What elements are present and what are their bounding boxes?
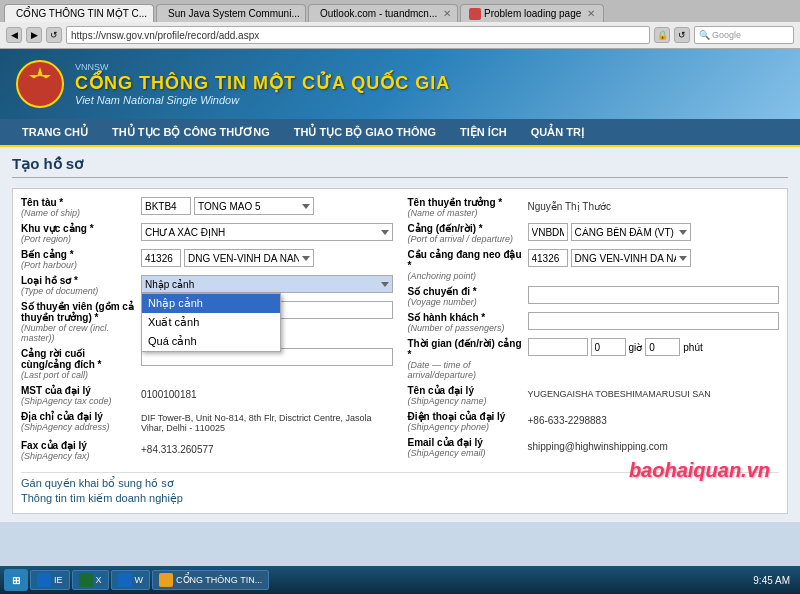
khu-vuc-cang-sublabel: (Port region) (21, 234, 136, 244)
ben-cang-input1[interactable] (141, 249, 181, 267)
dropdown-item-nhap-canh[interactable]: Nhập cảnh (142, 294, 280, 313)
dien-thoai-label: Điện thoại của đại lý (408, 411, 523, 422)
ben-cang-label: Bến cảng * (21, 249, 136, 260)
footer-link-2[interactable]: Thông tin tìm kiếm doanh nghiệp (21, 492, 183, 504)
logo-area: VNNSW CỔNG THÔNG TIN MỘT CỬA QUỐC GIA Vi… (15, 59, 450, 109)
ten-thuyen-truong-sublabel: (Name of master) (408, 208, 523, 218)
cau-cang-neo-dau-label: Cầu cảng đang neo đậu * (408, 249, 523, 271)
nav-cong-thuong[interactable]: THỦ TỤC BỘ CÔNG THƯƠNG (100, 118, 282, 146)
khu-vuc-cang-label: Khu vực cảng * (21, 223, 136, 234)
tab-4[interactable]: Problem loading page ✕ (460, 4, 604, 22)
nav-trang-chu[interactable]: TRANG CHỦ (10, 118, 100, 146)
cang-den-roi-row: Cảng (đến/rời) * (Port of arrival / depa… (408, 223, 780, 244)
site-title: CỔNG THÔNG TIN MỘT CỬA QUỐC GIA (75, 72, 450, 94)
ten-tau-row: Tên tàu * (Name of ship) TONG MAO 5 (21, 197, 393, 218)
taskbar-item-word[interactable]: W (111, 570, 151, 590)
so-hanh-khach-row: Số hành khách * (Number of passengers) (408, 312, 780, 333)
cang-roi-sublabel: (Last port of call) (21, 370, 136, 380)
ten-tau-input1[interactable] (141, 197, 191, 215)
watermark: baohaiquan.vn (629, 459, 770, 482)
search-bar[interactable]: 🔍 Google (694, 26, 794, 44)
browser-icon (159, 573, 173, 587)
taskbar-excel-label: X (96, 575, 102, 585)
tab-3-close[interactable]: ✕ (443, 8, 451, 19)
ten-tau-label: Tên tàu * (21, 197, 136, 208)
ten-tau-sublabel: (Name of ship) (21, 208, 136, 218)
browser-chrome: CỔNG THÔNG TIN MỘT C... ✕ Sun Java Syste… (0, 0, 800, 49)
ten-thuyen-truong-label: Tên thuyền trưởng * (408, 197, 523, 208)
cang-den-roi-input1[interactable] (528, 223, 568, 241)
ten-thuyen-truong-row: Tên thuyền trưởng * (Name of master) Ngu… (408, 197, 780, 218)
tab-1[interactable]: CỔNG THÔNG TIN MỘT C... ✕ (4, 4, 154, 22)
nav-quan-tri[interactable]: QUẢN TRỊ (519, 118, 596, 146)
nav-tien-ich[interactable]: TIỆN ÍCH (448, 118, 519, 146)
dia-chi-value: DIF Tower-B, Unit No-814, 8th Flr, Disct… (141, 411, 393, 435)
dien-thoai-value: +86-633-2298883 (528, 411, 780, 429)
logo-brand: VNNSW (75, 62, 450, 72)
footer-link-1[interactable]: Gán quyền khai bổ sung hồ sơ (21, 477, 174, 489)
thoi-gian-sublabel: (Date — time of arrival/departure) (408, 360, 523, 380)
thoi-gian-inputs: 0 giờ 0 phút (528, 338, 780, 356)
browser-tabs: CỔNG THÔNG TIN MỘT C... ✕ Sun Java Syste… (0, 0, 800, 22)
thoi-gian-row: Thời gian (đến/rời) cảng * (Date — time … (408, 338, 780, 380)
taskbar-item-1[interactable]: IE (30, 570, 70, 590)
back-button[interactable]: ◀ (6, 27, 22, 43)
loai-ho-so-select[interactable]: Nhập cảnh Xuất cảnh Quá cảnh (141, 275, 393, 293)
so-hanh-khach-input[interactable] (528, 312, 780, 330)
ben-cang-sublabel: (Port harbour) (21, 260, 136, 270)
address-bar-area: ◀ ▶ ↺ https://vnsw.gov.vn/profile/record… (0, 22, 800, 48)
taskbar-clock: 9:45 AM (747, 575, 796, 586)
phut-select[interactable]: 0 (645, 338, 680, 356)
page-title: Tạo hồ sơ (12, 155, 788, 178)
tab-2-label: Sun Java System Communi... (168, 8, 300, 19)
khu-vuc-cang-row: Khu vực cảng * (Port region) CHƯA XÁC ĐỊ… (21, 223, 393, 244)
cang-den-roi-select[interactable]: CẢNG BẾN ĐẦM (VT) (571, 223, 691, 241)
website: VNNSW CỔNG THÔNG TIN MỘT CỬA QUỐC GIA Vi… (0, 49, 800, 522)
cau-cang-neo-dau-input1[interactable] (528, 249, 568, 267)
tab-4-favicon (469, 8, 481, 20)
url-bar[interactable]: https://vnsw.gov.vn/profile/record/add.a… (66, 26, 650, 44)
svg-point-3 (32, 76, 48, 92)
tab-4-close[interactable]: ✕ (587, 8, 595, 19)
form-col-right: Tên thuyền trưởng * (Name of master) Ngu… (408, 197, 780, 466)
site-subtitle: Viet Nam National Single Window (75, 94, 450, 106)
site-header: VNNSW CỔNG THÔNG TIN MỘT CỬA QUỐC GIA Vi… (0, 49, 800, 119)
thoi-gian-label: Thời gian (đến/rời) cảng * (408, 338, 523, 360)
taskbar-word-label: W (135, 575, 144, 585)
cau-cang-neo-dau-sublabel: (Anchoring point) (408, 271, 523, 281)
thoi-gian-date-input[interactable] (528, 338, 588, 356)
tab-2[interactable]: Sun Java System Communi... ✕ (156, 4, 306, 22)
taskbar-browser-label: CỔNG THÔNG TIN... (176, 575, 262, 585)
forward-button[interactable]: ▶ (26, 27, 42, 43)
khu-vuc-cang-select[interactable]: CHƯA XÁC ĐỊNH (141, 223, 393, 241)
loai-ho-so-label: Loại hồ sơ * (21, 275, 136, 286)
tab-1-close[interactable]: ✕ (153, 8, 154, 19)
search-label: Google (712, 30, 741, 40)
gio-select[interactable]: 0 (591, 338, 626, 356)
ben-cang-row: Bến cảng * (Port harbour) DNG VEN-VINH D… (21, 249, 393, 270)
ten-tau-select[interactable]: TONG MAO 5 (194, 197, 314, 215)
tab-4-label: Problem loading page (484, 8, 581, 19)
dropdown-item-xuat-canh[interactable]: Xuất cảnh (142, 313, 280, 332)
so-chuyen-di-input[interactable] (528, 286, 780, 304)
so-hanh-khach-label: Số hành khách * (408, 312, 523, 323)
cang-den-roi-label: Cảng (đến/rời) * (408, 223, 523, 234)
so-thuyen-vien-sublabel: (Number of crew (incl. master)) (21, 323, 136, 343)
start-button[interactable]: ⊞ (4, 569, 28, 591)
dropdown-item-qua-canh[interactable]: Quá cảnh (142, 332, 280, 351)
nav-giao-thong[interactable]: THỦ TỤC BỘ GIAO THÔNG (282, 118, 448, 146)
ten-dai-ly-label: Tên của đại lý (408, 385, 523, 396)
fax-sublabel: (ShipAgency fax) (21, 451, 136, 461)
ben-cang-select[interactable]: DNG VEN-VINH DA NANG (184, 249, 314, 267)
ten-dai-ly-sublabel: (ShipAgency name) (408, 396, 523, 406)
tab-3[interactable]: Outlook.com - tuandmcn... ✕ (308, 4, 458, 22)
reload-button[interactable]: ↺ (674, 27, 690, 43)
taskbar-item-browser[interactable]: CỔNG THÔNG TIN... (152, 570, 269, 590)
tab-3-label: Outlook.com - tuandmcn... (320, 8, 437, 19)
refresh-button[interactable]: ↺ (46, 27, 62, 43)
taskbar-item-excel[interactable]: X (72, 570, 109, 590)
so-chuyen-di-label: Số chuyến đi * (408, 286, 523, 297)
cau-cang-neo-dau-select[interactable]: DNG VEN-VINH DA NANG (571, 249, 691, 267)
so-chuyen-di-row: Số chuyến đi * (Voyage number) (408, 286, 780, 307)
stop-button[interactable]: 🔒 (654, 27, 670, 43)
